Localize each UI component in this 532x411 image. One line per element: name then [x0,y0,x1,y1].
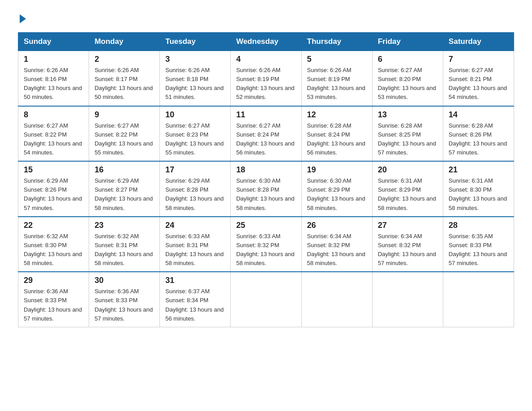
day-number: 26 [307,221,367,230]
weekday-header-thursday: Thursday [301,33,372,51]
day-number: 28 [449,221,508,230]
day-number: 4 [236,55,296,64]
day-number: 18 [236,165,296,175]
day-number: 14 [449,110,508,120]
calendar-cell: 30Sunrise: 6:36 AMSunset: 8:33 PMDayligh… [89,272,160,327]
calendar-cell: 3Sunrise: 6:26 AMSunset: 8:18 PMDaylight… [160,51,231,106]
day-info: Sunrise: 6:36 AMSunset: 8:33 PMDaylight:… [24,287,83,323]
calendar-cell: 2Sunrise: 6:26 AMSunset: 8:17 PMDaylight… [89,51,160,106]
calendar-cell [372,272,443,327]
day-info: Sunrise: 6:27 AMSunset: 8:21 PMDaylight:… [449,66,508,102]
calendar-cell: 16Sunrise: 6:29 AMSunset: 8:27 PMDayligh… [89,161,160,217]
calendar-cell: 11Sunrise: 6:27 AMSunset: 8:24 PMDayligh… [231,106,301,162]
calendar-cell: 31Sunrise: 6:37 AMSunset: 8:34 PMDayligh… [160,272,231,327]
week-row-5: 29Sunrise: 6:36 AMSunset: 8:33 PMDayligh… [18,272,514,327]
day-info: Sunrise: 6:26 AMSunset: 8:19 PMDaylight:… [236,66,296,102]
calendar-cell: 9Sunrise: 6:27 AMSunset: 8:22 PMDaylight… [89,106,160,162]
day-info: Sunrise: 6:31 AMSunset: 8:29 PMDaylight:… [378,176,438,213]
calendar-cell: 13Sunrise: 6:28 AMSunset: 8:25 PMDayligh… [372,106,443,162]
day-info: Sunrise: 6:27 AMSunset: 8:22 PMDaylight:… [24,121,83,158]
day-info: Sunrise: 6:29 AMSunset: 8:27 PMDaylight:… [94,176,154,213]
day-info: Sunrise: 6:27 AMSunset: 8:23 PMDaylight:… [165,121,225,158]
calendar-table: SundayMondayTuesdayWednesdayThursdayFrid… [18,32,514,327]
day-number: 5 [307,55,367,64]
day-number: 30 [94,276,154,285]
calendar-cell: 25Sunrise: 6:33 AMSunset: 8:32 PMDayligh… [231,217,301,272]
logo-arrow-icon [20,14,26,23]
calendar-cell: 15Sunrise: 6:29 AMSunset: 8:26 PMDayligh… [18,161,89,217]
calendar-cell: 20Sunrise: 6:31 AMSunset: 8:29 PMDayligh… [372,161,443,217]
day-number: 8 [24,110,83,120]
day-info: Sunrise: 6:26 AMSunset: 8:19 PMDaylight:… [307,66,367,102]
day-info: Sunrise: 6:34 AMSunset: 8:32 PMDaylight:… [307,232,367,268]
day-number: 27 [378,221,438,230]
weekday-header-wednesday: Wednesday [231,33,301,51]
day-number: 23 [94,221,154,230]
day-number: 9 [94,110,154,120]
weekday-header-sunday: Sunday [18,33,89,51]
calendar-cell [443,272,514,327]
logo [18,13,29,23]
calendar-cell: 28Sunrise: 6:35 AMSunset: 8:33 PMDayligh… [443,217,514,272]
day-info: Sunrise: 6:28 AMSunset: 8:24 PMDaylight:… [307,121,367,158]
day-info: Sunrise: 6:30 AMSunset: 8:28 PMDaylight:… [236,176,296,213]
page-header [18,13,514,23]
calendar-cell: 29Sunrise: 6:36 AMSunset: 8:33 PMDayligh… [18,272,89,327]
day-info: Sunrise: 6:35 AMSunset: 8:33 PMDaylight:… [449,232,508,268]
calendar-cell: 12Sunrise: 6:28 AMSunset: 8:24 PMDayligh… [301,106,372,162]
day-number: 3 [165,55,225,64]
calendar-cell: 19Sunrise: 6:30 AMSunset: 8:29 PMDayligh… [301,161,372,217]
day-info: Sunrise: 6:26 AMSunset: 8:18 PMDaylight:… [165,66,225,102]
day-number: 11 [236,110,296,120]
weekday-header-friday: Friday [372,33,443,51]
calendar-cell: 5Sunrise: 6:26 AMSunset: 8:19 PMDaylight… [301,51,372,106]
day-number: 15 [24,165,83,175]
day-number: 25 [236,221,296,230]
day-number: 13 [378,110,438,120]
day-number: 16 [94,165,154,175]
day-info: Sunrise: 6:27 AMSunset: 8:20 PMDaylight:… [378,66,438,102]
calendar-cell: 14Sunrise: 6:28 AMSunset: 8:26 PMDayligh… [443,106,514,162]
day-info: Sunrise: 6:32 AMSunset: 8:31 PMDaylight:… [94,232,154,268]
calendar-cell: 18Sunrise: 6:30 AMSunset: 8:28 PMDayligh… [231,161,301,217]
day-number: 19 [307,165,367,175]
day-number: 7 [449,55,508,64]
day-info: Sunrise: 6:36 AMSunset: 8:33 PMDaylight:… [94,287,154,323]
day-info: Sunrise: 6:29 AMSunset: 8:28 PMDaylight:… [165,176,225,213]
calendar-cell: 17Sunrise: 6:29 AMSunset: 8:28 PMDayligh… [160,161,231,217]
week-row-4: 22Sunrise: 6:32 AMSunset: 8:30 PMDayligh… [18,217,514,272]
day-number: 1 [24,55,83,64]
day-info: Sunrise: 6:27 AMSunset: 8:22 PMDaylight:… [94,121,154,158]
calendar-cell: 8Sunrise: 6:27 AMSunset: 8:22 PMDaylight… [18,106,89,162]
calendar-cell: 26Sunrise: 6:34 AMSunset: 8:32 PMDayligh… [301,217,372,272]
day-info: Sunrise: 6:33 AMSunset: 8:31 PMDaylight:… [165,232,225,268]
week-row-1: 1Sunrise: 6:26 AMSunset: 8:16 PMDaylight… [18,51,514,106]
day-number: 6 [378,55,438,64]
day-info: Sunrise: 6:26 AMSunset: 8:17 PMDaylight:… [94,66,154,102]
calendar-cell: 23Sunrise: 6:32 AMSunset: 8:31 PMDayligh… [89,217,160,272]
day-info: Sunrise: 6:27 AMSunset: 8:24 PMDaylight:… [236,121,296,158]
weekday-header-monday: Monday [89,33,160,51]
calendar-cell [301,272,372,327]
day-info: Sunrise: 6:34 AMSunset: 8:32 PMDaylight:… [378,232,438,268]
calendar-cell: 6Sunrise: 6:27 AMSunset: 8:20 PMDaylight… [372,51,443,106]
day-info: Sunrise: 6:29 AMSunset: 8:26 PMDaylight:… [24,176,83,213]
day-info: Sunrise: 6:31 AMSunset: 8:30 PMDaylight:… [449,176,508,213]
weekday-header-saturday: Saturday [443,33,514,51]
calendar-cell: 1Sunrise: 6:26 AMSunset: 8:16 PMDaylight… [18,51,89,106]
weekday-header-tuesday: Tuesday [160,33,231,51]
day-info: Sunrise: 6:26 AMSunset: 8:16 PMDaylight:… [24,66,83,102]
calendar-cell: 4Sunrise: 6:26 AMSunset: 8:19 PMDaylight… [231,51,301,106]
calendar-cell [231,272,301,327]
calendar-cell: 22Sunrise: 6:32 AMSunset: 8:30 PMDayligh… [18,217,89,272]
week-row-3: 15Sunrise: 6:29 AMSunset: 8:26 PMDayligh… [18,161,514,217]
day-number: 31 [165,276,225,285]
calendar-cell: 10Sunrise: 6:27 AMSunset: 8:23 PMDayligh… [160,106,231,162]
day-number: 22 [24,221,83,230]
day-info: Sunrise: 6:37 AMSunset: 8:34 PMDaylight:… [165,287,225,323]
day-info: Sunrise: 6:32 AMSunset: 8:30 PMDaylight:… [24,232,83,268]
calendar-cell: 21Sunrise: 6:31 AMSunset: 8:30 PMDayligh… [443,161,514,217]
day-number: 12 [307,110,367,120]
day-info: Sunrise: 6:28 AMSunset: 8:25 PMDaylight:… [378,121,438,158]
day-number: 20 [378,165,438,175]
